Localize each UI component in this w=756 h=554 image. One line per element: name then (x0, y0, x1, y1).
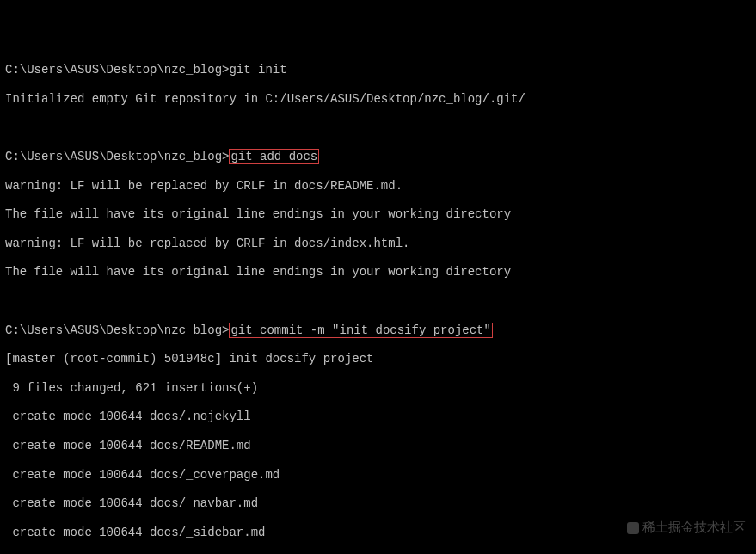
output-line: create mode 100644 docs/_coverpage.md (5, 468, 751, 483)
prompt: C:\Users\ASUS\Desktop\nzc_blog> (5, 63, 229, 77)
output-line: 9 files changed, 621 insertions(+) (5, 381, 751, 396)
output-line: create mode 100644 docs/README.md (5, 439, 751, 453)
watermark-text: 稀土掘金技术社区 (642, 520, 746, 534)
git-init-cmd: git init (229, 63, 286, 77)
output-line: warning: LF will be replaced by CRLF in … (5, 237, 751, 251)
watermark-icon (627, 522, 639, 534)
blank-line (5, 120, 751, 135)
git-add-cmd: git add docs (229, 149, 319, 164)
blank-line (5, 294, 751, 309)
output-line: The file will have its original line end… (5, 265, 751, 280)
output-line: warning: LF will be replaced by CRLF in … (5, 179, 751, 194)
git-commit-cmd: git commit -m "init docsify project" (229, 323, 492, 338)
output-line: [master (root-commit) 501948c] init docs… (5, 352, 751, 366)
terminal-line: C:\Users\ASUS\Desktop\nzc_blog>git init (5, 63, 751, 77)
watermark: 稀土掘金技术社区 (627, 520, 746, 535)
terminal-line: C:\Users\ASUS\Desktop\nzc_blog>git add d… (5, 150, 751, 164)
output-line: create mode 100644 docs/_navbar.md (5, 496, 751, 511)
output-line: Initialized empty Git repository in C:/U… (5, 92, 751, 107)
prompt: C:\Users\ASUS\Desktop\nzc_blog> (5, 150, 229, 163)
terminal-line: C:\Users\ASUS\Desktop\nzc_blog>git commi… (5, 323, 751, 338)
output-line: The file will have its original line end… (5, 207, 751, 222)
prompt: C:\Users\ASUS\Desktop\nzc_blog> (5, 323, 229, 337)
output-line: create mode 100644 docs/.nojekyll (5, 409, 751, 424)
